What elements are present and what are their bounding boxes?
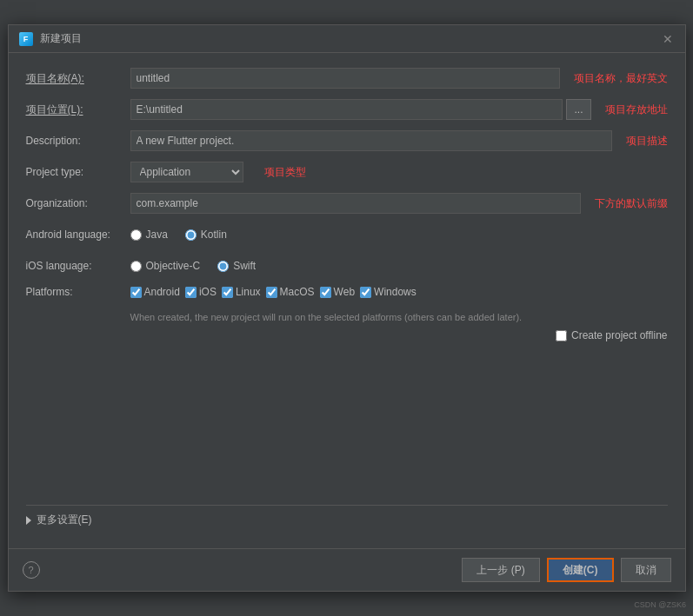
project-name-input[interactable]	[130, 68, 560, 89]
new-project-dialog: F 新建项目 ✕ 项目名称(A): 项目名称，最好英文 项目位置(L): ...…	[8, 24, 686, 592]
footer-right: 上一步 (P) 创建(C) 取消	[462, 558, 670, 582]
project-type-label: Project type:	[26, 166, 130, 178]
platform-ios[interactable]: iOS	[185, 286, 217, 298]
android-java-option[interactable]: Java	[130, 229, 168, 241]
project-location-input-group: ...	[130, 99, 591, 120]
more-settings-row[interactable]: 更多设置(E)	[26, 505, 668, 534]
app-icon: F	[19, 32, 33, 46]
project-name-label: 项目名称(A):	[26, 71, 130, 86]
platform-linux-checkbox[interactable]	[222, 287, 233, 298]
ios-swift-label: Swift	[233, 260, 256, 272]
footer-left: ?	[23, 561, 40, 579]
dialog-footer: ? 上一步 (P) 创建(C) 取消	[9, 548, 685, 591]
description-annotation: 项目描述	[626, 134, 668, 149]
platform-macos-checkbox[interactable]	[266, 287, 277, 298]
project-location-row: 项目位置(L): ... 项目存放地址	[26, 98, 668, 121]
create-offline-checkbox[interactable]	[556, 330, 567, 341]
platforms-note: When created, the new project will run o…	[130, 312, 668, 322]
ios-swift-option[interactable]: Swift	[217, 260, 256, 272]
organization-input[interactable]	[130, 193, 581, 214]
more-settings-label: 更多设置(E)	[37, 513, 92, 527]
platform-ios-checkbox[interactable]	[185, 287, 197, 298]
platforms-row: Platforms: Android iOS Linux MacOS	[26, 286, 668, 308]
description-row: Description: 项目描述	[26, 129, 668, 152]
platform-windows-label: Windows	[374, 286, 416, 298]
prev-button[interactable]: 上一步 (P)	[462, 558, 539, 582]
project-location-input[interactable]	[130, 99, 563, 120]
android-java-radio[interactable]	[130, 229, 142, 241]
create-button[interactable]: 创建(C)	[547, 558, 614, 582]
ios-language-label: iOS language:	[26, 260, 130, 272]
ios-language-row: iOS language: Objective-C Swift	[26, 255, 668, 277]
android-kotlin-label: Kotlin	[201, 229, 227, 241]
organization-label: Organization:	[26, 197, 130, 209]
close-button[interactable]: ✕	[661, 32, 675, 46]
project-type-select-wrapper: Application Plugin Package Module 项目类型	[130, 162, 306, 182]
project-type-select[interactable]: Application Plugin Package Module	[130, 162, 243, 182]
project-name-row: 项目名称(A): 项目名称，最好英文	[26, 67, 668, 89]
platforms-label: Platforms:	[26, 286, 130, 298]
project-location-annotation: 项目存放地址	[605, 103, 668, 117]
title-bar: F 新建项目 ✕	[9, 25, 685, 53]
android-language-group: Java Kotlin	[130, 229, 668, 241]
platform-android-label: Android	[144, 286, 180, 298]
project-type-annotation: 项目类型	[264, 165, 306, 180]
platforms-checkboxes: Android iOS Linux MacOS Web	[130, 286, 416, 298]
project-location-label: 项目位置(L):	[26, 103, 130, 117]
platform-web[interactable]: Web	[320, 286, 355, 298]
create-offline-option[interactable]: Create project offline	[556, 329, 668, 341]
platform-macos-label: MacOS	[280, 286, 315, 298]
browse-button[interactable]: ...	[566, 99, 590, 120]
organization-annotation: 下方的默认前缀	[595, 196, 668, 211]
ios-objc-radio[interactable]	[130, 261, 142, 272]
title-bar-left: F 新建项目	[19, 31, 82, 46]
platform-linux[interactable]: Linux	[222, 286, 261, 298]
cancel-button[interactable]: 取消	[621, 558, 671, 582]
dialog-title: 新建项目	[40, 31, 82, 46]
watermark: CSDN @ZSK6	[634, 600, 686, 609]
help-button[interactable]: ?	[23, 561, 40, 579]
offline-row: Create project offline	[26, 329, 668, 341]
ios-language-group: Objective-C Swift	[130, 260, 668, 272]
platform-android-checkbox[interactable]	[130, 287, 142, 298]
ios-objc-option[interactable]: Objective-C	[130, 260, 201, 272]
dialog-body: 项目名称(A): 项目名称，最好英文 项目位置(L): ... 项目存放地址 D…	[9, 53, 685, 548]
ios-objc-label: Objective-C	[146, 260, 201, 272]
platform-windows[interactable]: Windows	[360, 286, 416, 298]
spacer	[26, 348, 668, 505]
platform-linux-label: Linux	[236, 286, 261, 298]
android-language-row: Android language: Java Kotlin	[26, 223, 668, 246]
project-type-row: Project type: Application Plugin Package…	[26, 161, 668, 183]
description-label: Description:	[26, 135, 130, 147]
expand-triangle-icon	[26, 516, 31, 525]
description-input[interactable]	[130, 130, 612, 151]
platform-ios-label: iOS	[199, 286, 217, 298]
android-java-label: Java	[146, 229, 168, 241]
platform-macos[interactable]: MacOS	[266, 286, 315, 298]
platform-web-label: Web	[334, 286, 355, 298]
ios-swift-radio[interactable]	[217, 261, 229, 272]
platform-android[interactable]: Android	[130, 286, 180, 298]
android-kotlin-radio[interactable]	[185, 229, 197, 241]
create-offline-label: Create project offline	[571, 329, 668, 341]
platform-windows-checkbox[interactable]	[360, 287, 371, 298]
organization-row: Organization: 下方的默认前缀	[26, 192, 668, 215]
project-name-annotation: 项目名称，最好英文	[574, 71, 668, 86]
android-kotlin-option[interactable]: Kotlin	[185, 229, 227, 241]
android-language-label: Android language:	[26, 229, 130, 241]
platform-web-checkbox[interactable]	[320, 287, 331, 298]
